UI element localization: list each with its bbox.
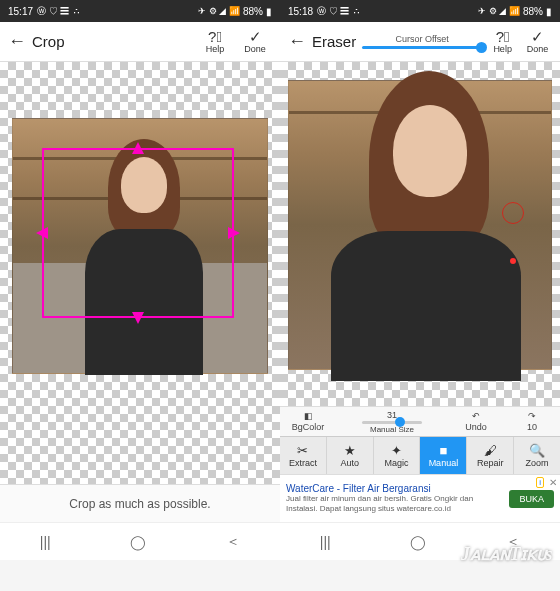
- palette-icon: ◧: [304, 411, 313, 421]
- help-icon: ?⃝: [208, 29, 222, 44]
- help-button[interactable]: ?⃝ Help: [488, 29, 517, 54]
- ad-description: Jual filter air minum dan air bersih. Gr…: [286, 494, 503, 513]
- status-icons-right: ✈ ⚙ ◢ 📶: [478, 6, 520, 16]
- cursor-offset-slider[interactable]: [362, 46, 482, 49]
- square-icon: ■: [439, 444, 447, 457]
- crop-rectangle[interactable]: [42, 148, 234, 318]
- crop-handle-right[interactable]: [228, 227, 240, 239]
- help-button[interactable]: ?⃝ Help: [198, 29, 232, 54]
- clock: 15:17: [8, 6, 33, 17]
- android-navbar: ||| ◯ ＜: [0, 522, 280, 560]
- toolbar: ← Crop ?⃝ Help ✓ Done: [0, 22, 280, 62]
- slider-thumb[interactable]: [476, 42, 487, 53]
- page-title: Eraser: [312, 33, 356, 50]
- recents-button[interactable]: |||: [320, 534, 331, 550]
- tab-manual[interactable]: ■Manual: [420, 437, 467, 474]
- redo-icon: ↷: [528, 411, 536, 421]
- brush-icon: 🖌: [484, 444, 497, 457]
- status-icons-right: ✈ ⚙ ◢ 📶: [198, 6, 240, 16]
- check-icon: ✓: [531, 29, 544, 44]
- bgcolor-button[interactable]: ◧ BgColor: [280, 411, 336, 432]
- status-icons-left: ⓦ ♡ ☰ ⛬: [317, 5, 361, 18]
- redo-button[interactable]: ↷ 10: [504, 411, 560, 432]
- status-bar: 15:17 ⓦ ♡ ☰ ⛬ ✈ ⚙ ◢ 📶 88% ▮: [0, 0, 280, 22]
- crop-handle-left[interactable]: [36, 227, 48, 239]
- battery-text: 88%: [523, 6, 543, 17]
- photo: [288, 80, 552, 370]
- done-button[interactable]: ✓ Done: [238, 29, 272, 54]
- crop-canvas[interactable]: Crop as much as possible.: [0, 62, 280, 522]
- battery-icon: ▮: [266, 6, 272, 17]
- star-icon: ★: [344, 444, 356, 457]
- message-bar: Crop as much as possible.: [0, 484, 280, 522]
- zoom-icon: 🔍: [529, 444, 545, 457]
- recents-button[interactable]: |||: [40, 534, 51, 550]
- home-button[interactable]: ◯: [410, 534, 426, 550]
- android-navbar: ||| ◯ ＜: [280, 522, 560, 560]
- eraser-canvas[interactable]: [280, 62, 560, 406]
- tool-settings-row: ◧ BgColor 31 Manual Size ↶ Undo ↷ 10: [280, 406, 560, 436]
- crop-handle-bottom[interactable]: [132, 312, 144, 324]
- ad-info-icon[interactable]: i: [536, 477, 544, 488]
- battery-icon: ▮: [546, 6, 552, 17]
- clock: 15:18: [288, 6, 313, 17]
- slider-thumb[interactable]: [395, 417, 405, 427]
- svg-marker-3: [132, 312, 144, 324]
- status-bar: 15:18 ⓦ ♡ ☰ ⛬ ✈ ⚙ ◢ 📶 88% ▮: [280, 0, 560, 22]
- tab-extract[interactable]: ✂Extract: [280, 437, 327, 474]
- ad-banner[interactable]: WaterCare - Filter Air Bergaransi Jual f…: [280, 474, 560, 522]
- phone-right: 15:18 ⓦ ♡ ☰ ⛬ ✈ ⚙ ◢ 📶 88% ▮ ← Eraser Cur…: [280, 0, 560, 560]
- ad-title: WaterCare - Filter Air Bergaransi: [286, 483, 503, 494]
- home-button[interactable]: ◯: [130, 534, 146, 550]
- wand-icon: ✦: [391, 444, 402, 457]
- ad-cta-button[interactable]: BUKA: [509, 490, 554, 508]
- check-icon: ✓: [249, 29, 262, 44]
- ad-close-icon[interactable]: ✕: [549, 477, 557, 488]
- tab-auto[interactable]: ★Auto: [327, 437, 374, 474]
- done-button[interactable]: ✓ Done: [523, 29, 552, 54]
- toolbar: ← Eraser Cursor Offset ?⃝ Help ✓ Done: [280, 22, 560, 62]
- svg-marker-2: [132, 142, 144, 154]
- manual-size-slider[interactable]: [362, 421, 422, 424]
- phone-left: 15:17 ⓦ ♡ ☰ ⛬ ✈ ⚙ ◢ 📶 88% ▮ ← Crop ?⃝ He…: [0, 0, 280, 560]
- eraser-cursor-ring: [502, 202, 524, 224]
- cursor-offset-label: Cursor Offset: [396, 34, 449, 44]
- eraser-cursor-dot: [510, 258, 516, 264]
- undo-icon: ↶: [472, 411, 480, 421]
- crop-handle-top[interactable]: [132, 142, 144, 154]
- page-title: Crop: [32, 33, 65, 50]
- back-button[interactable]: ＜: [506, 533, 520, 551]
- tool-tabs: ✂Extract ★Auto ✦Magic ■Manual 🖌Repair 🔍Z…: [280, 436, 560, 474]
- undo-button[interactable]: ↶ Undo: [448, 411, 504, 432]
- help-icon: ?⃝: [496, 29, 510, 44]
- battery-text: 88%: [243, 6, 263, 17]
- status-icons-left: ⓦ ♡ ☰ ⛬: [37, 5, 81, 18]
- back-button[interactable]: ＜: [226, 533, 240, 551]
- svg-marker-0: [36, 227, 48, 239]
- tab-magic[interactable]: ✦Magic: [374, 437, 421, 474]
- tab-zoom[interactable]: 🔍Zoom: [514, 437, 560, 474]
- back-icon[interactable]: ←: [288, 31, 306, 52]
- svg-marker-1: [228, 227, 240, 239]
- tab-repair[interactable]: 🖌Repair: [467, 437, 514, 474]
- extract-icon: ✂: [297, 444, 308, 457]
- back-icon[interactable]: ←: [8, 31, 26, 52]
- manual-size-control[interactable]: 31 Manual Size: [336, 410, 448, 434]
